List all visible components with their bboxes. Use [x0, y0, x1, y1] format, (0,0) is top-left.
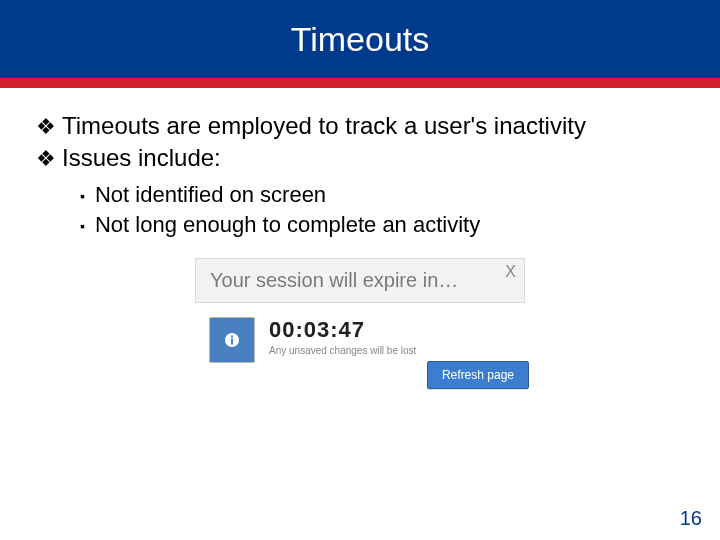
- dialog-header-text: Your session will expire in…: [210, 269, 458, 291]
- content-area: ❖ Timeouts are employed to track a user'…: [0, 88, 720, 383]
- refresh-button[interactable]: Refresh page: [427, 361, 529, 389]
- bullet-main: ❖ Timeouts are employed to track a user'…: [36, 112, 684, 142]
- sub-bullet-list: ▪ Not identified on screen ▪ Not long en…: [36, 182, 684, 240]
- close-icon[interactable]: X: [505, 263, 516, 281]
- dialog-header: Your session will expire in… X: [195, 258, 525, 303]
- sub-bullet-text: Not identified on screen: [95, 182, 326, 208]
- title-bar: Timeouts: [0, 0, 720, 78]
- timeout-dialog: Your session will expire in… X 00:03:47 …: [195, 258, 525, 383]
- slide: Timeouts ❖ Timeouts are employed to trac…: [0, 0, 720, 540]
- diamond-bullet-icon: ❖: [36, 112, 56, 142]
- countdown-subtext: Any unsaved changes will be lost: [269, 345, 416, 356]
- page-number: 16: [680, 507, 702, 530]
- svg-rect-1: [231, 339, 233, 345]
- info-icon: [209, 317, 255, 363]
- diamond-bullet-icon: ❖: [36, 144, 56, 174]
- square-bullet-icon: ▪: [80, 182, 85, 210]
- slide-title: Timeouts: [291, 20, 430, 59]
- bullet-main: ❖ Issues include:: [36, 144, 684, 174]
- countdown-value: 00:03:47: [269, 317, 416, 343]
- title-underbar: [0, 78, 720, 88]
- bullet-sub: ▪ Not long enough to complete an activit…: [80, 212, 684, 240]
- timer-block: 00:03:47 Any unsaved changes will be los…: [269, 317, 416, 356]
- bullet-text: Issues include:: [62, 144, 221, 172]
- bullet-sub: ▪ Not identified on screen: [80, 182, 684, 210]
- square-bullet-icon: ▪: [80, 212, 85, 240]
- svg-rect-2: [231, 336, 233, 338]
- sub-bullet-text: Not long enough to complete an activity: [95, 212, 480, 238]
- bullet-text: Timeouts are employed to track a user's …: [62, 112, 586, 140]
